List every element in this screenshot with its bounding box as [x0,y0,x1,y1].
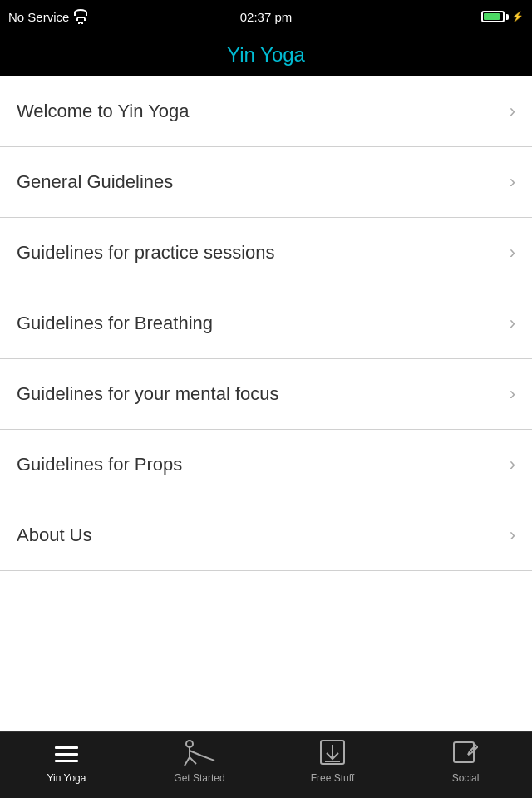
menu-item-label-practice-sessions: Guidelines for practice sessions [17,242,275,264]
tab-free-stuff[interactable]: Free Stuff [266,739,399,784]
battery-bolt-icon: ⚡ [511,11,524,22]
tab-free-stuff-label: Free Stuff [311,772,354,784]
chevron-right-icon: › [510,383,515,405]
menu-item-practice-sessions[interactable]: Guidelines for practice sessions› [0,218,532,288]
hamburger-icon [55,739,78,769]
menu-item-label-mental-focus: Guidelines for your mental focus [17,383,279,405]
menu-item-label-breathing: Guidelines for Breathing [17,313,213,334]
chevron-right-icon: › [510,525,515,546]
svg-line-5 [201,756,214,761]
battery-body [481,11,505,22]
tab-yin-yoga[interactable]: Yin Yoga [0,739,133,784]
menu-item-label-welcome: Welcome to Yin Yoga [17,101,190,122]
wifi-icon [74,9,87,24]
menu-item-mental-focus[interactable]: Guidelines for your mental focus› [0,359,532,430]
status-time: 02:37 pm [240,10,293,24]
battery-fill [484,13,500,20]
status-right: ⚡ [374,11,524,22]
nav-header: Yin Yoga [0,33,532,76]
battery-tip [506,14,509,20]
yoga-pose-icon [183,739,216,769]
menu-item-label-props: Guidelines for Props [17,454,182,475]
menu-item-welcome[interactable]: Welcome to Yin Yoga› [0,76,532,147]
download-icon [320,739,345,769]
carrier-text: No Service [8,10,69,24]
svg-line-3 [185,757,190,766]
menu-item-props[interactable]: Guidelines for Props› [0,430,532,500]
tab-social-label: Social [452,772,480,784]
svg-line-2 [190,751,201,756]
chevron-right-icon: › [510,313,515,334]
svg-rect-9 [454,742,474,762]
battery-indicator: ⚡ [481,11,524,22]
menu-item-general-guidelines[interactable]: General Guidelines› [0,147,532,218]
tab-social[interactable]: Social [399,739,532,784]
tab-get-started[interactable]: Get Started [133,739,266,784]
tab-yin-yoga-label: Yin Yoga [47,772,86,784]
menu-item-breathing[interactable]: Guidelines for Breathing› [0,288,532,359]
tab-bar: Yin Yoga Get Started [0,732,532,798]
menu-item-about-us[interactable]: About Us› [0,500,532,571]
chevron-right-icon: › [510,171,515,193]
page-title: Yin Yoga [227,43,305,66]
status-bar: No Service 02:37 pm ⚡ [0,0,532,33]
main-content: Welcome to Yin Yoga›General Guidelines›G… [0,76,532,732]
chevron-right-icon: › [510,242,515,264]
svg-line-4 [190,757,196,764]
tab-get-started-label: Get Started [174,772,224,784]
social-edit-icon [453,739,478,769]
chevron-right-icon: › [510,454,515,475]
status-left: No Service [8,9,158,24]
svg-point-0 [186,741,193,747]
menu-item-label-general-guidelines: General Guidelines [17,171,173,193]
menu-item-label-about-us: About Us [17,525,92,546]
chevron-right-icon: › [510,101,515,122]
